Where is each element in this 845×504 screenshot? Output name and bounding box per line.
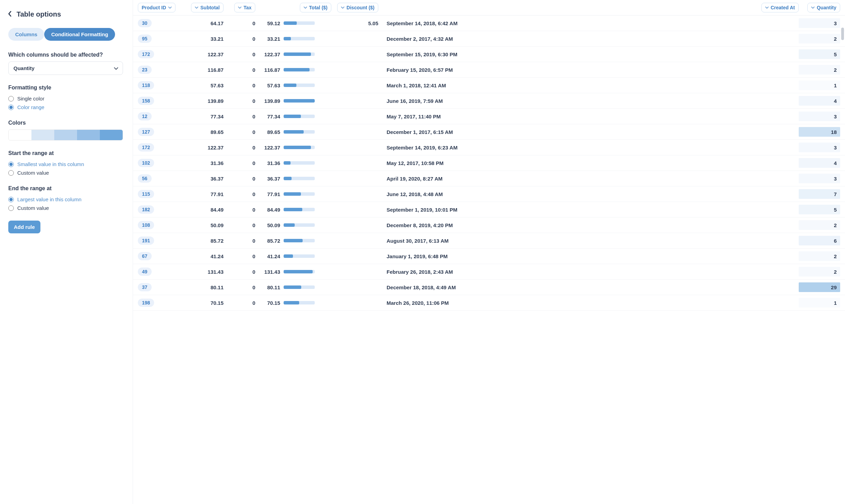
total-bar (284, 254, 315, 258)
radio-end-custom-input[interactable] (8, 205, 14, 211)
product-id-pill[interactable]: 115 (138, 190, 154, 198)
cell-tax: 0 (228, 222, 259, 228)
table-row[interactable]: 3780.11080.11December 18, 2018, 4:49 AM2… (133, 280, 845, 295)
table-row[interactable]: 172122.370122.37September 14, 2019, 6:23… (133, 140, 845, 155)
table-row[interactable]: 158139.890139.89June 16, 2019, 7:59 AM4 (133, 93, 845, 109)
total-bar-fill (284, 254, 293, 258)
table-row[interactable]: 11577.91077.91June 12, 2018, 4:48 AM7 (133, 186, 845, 202)
product-id-pill[interactable]: 127 (138, 128, 154, 136)
tab-conditional-formatting[interactable]: Conditional Formatting (44, 28, 115, 41)
table-row[interactable]: 10850.09050.09December 8, 2019, 4:20 PM2 (133, 217, 845, 233)
cell-quantity: 4 (799, 96, 840, 106)
radio-end-largest[interactable]: Largest value in this column (8, 195, 123, 204)
table-row[interactable]: 11857.63057.63March 1, 2018, 12:41 AM1 (133, 78, 845, 93)
quantity-value: 18 (799, 127, 840, 137)
color-swatch[interactable] (31, 130, 54, 140)
total-bar (284, 37, 315, 40)
cell-product-id: 191 (138, 236, 186, 245)
product-id-pill[interactable]: 198 (138, 299, 154, 307)
cell-quantity: 3 (799, 18, 840, 28)
product-id-pill[interactable]: 182 (138, 205, 154, 214)
total-value: 84.49 (259, 207, 280, 213)
product-id-pill[interactable]: 67 (138, 252, 152, 260)
cell-quantity: 5 (799, 205, 840, 214)
product-id-pill[interactable]: 23 (138, 66, 152, 74)
column-header-label: Created At (771, 5, 795, 10)
product-id-pill[interactable]: 30 (138, 19, 152, 27)
cell-total: 116.87 (259, 67, 331, 73)
product-id-pill[interactable]: 37 (138, 283, 152, 291)
table-row[interactable]: 1277.34077.34May 7, 2017, 11:40 PM3 (133, 109, 845, 124)
radio-end-custom[interactable]: Custom value (8, 204, 123, 212)
table-row[interactable]: 18284.49084.49September 1, 2019, 10:01 P… (133, 202, 845, 217)
radio-start-custom-input[interactable] (8, 170, 14, 176)
radio-single-color-input[interactable] (8, 96, 14, 101)
table-row[interactable]: 10231.36031.36May 12, 2017, 10:58 PM4 (133, 155, 845, 171)
color-swatch[interactable] (9, 130, 31, 140)
product-id-pill[interactable]: 49 (138, 268, 152, 276)
table-row[interactable]: 19185.72085.72August 30, 2017, 6:13 AM6 (133, 233, 845, 249)
radio-end-largest-label: Largest value in this column (17, 196, 82, 202)
sidebar-title: Table options (17, 10, 61, 18)
chevron-left-icon[interactable] (8, 11, 12, 18)
cell-total: 57.63 (259, 83, 331, 88)
scrollbar-thumb[interactable] (841, 28, 844, 40)
radio-color-range-input[interactable] (8, 105, 14, 110)
cell-product-id: 172 (138, 50, 186, 58)
table-row[interactable]: 23116.870116.87February 15, 2020, 6:57 P… (133, 62, 845, 78)
radio-start-custom-label: Custom value (17, 170, 49, 176)
product-id-pill[interactable]: 158 (138, 97, 154, 105)
cell-tax: 0 (228, 269, 259, 275)
product-id-pill[interactable]: 172 (138, 50, 154, 58)
table-row[interactable]: 6741.24041.24January 1, 2019, 6:48 PM2 (133, 249, 845, 264)
product-id-pill[interactable]: 108 (138, 221, 154, 229)
total-bar-fill (284, 192, 301, 196)
color-swatch[interactable] (77, 130, 100, 140)
cell-subtotal: 64.17 (186, 20, 228, 26)
color-ramp[interactable] (8, 129, 123, 140)
column-header-pill-total[interactable]: Total ($) (300, 3, 331, 12)
radio-color-range[interactable]: Color range (8, 103, 123, 112)
product-id-pill[interactable]: 172 (138, 143, 154, 152)
product-id-pill[interactable]: 12 (138, 112, 152, 120)
radio-start-custom[interactable]: Custom value (8, 168, 123, 177)
radio-start-smallest-input[interactable] (8, 162, 14, 167)
affected-columns-select[interactable]: Quantity (8, 61, 123, 75)
radio-single-color[interactable]: Single color (8, 94, 123, 103)
column-header-pill-product_id[interactable]: Product ID (138, 3, 175, 12)
product-id-pill[interactable]: 102 (138, 159, 154, 167)
total-value: 80.11 (259, 284, 280, 290)
table-row[interactable]: 19870.15070.15March 26, 2020, 11:06 PM1 (133, 295, 845, 311)
cell-total: 36.37 (259, 176, 331, 182)
total-bar-fill (284, 208, 302, 211)
radio-end-largest-input[interactable] (8, 197, 14, 202)
table-row[interactable]: 172122.370122.37September 15, 2019, 6:30… (133, 47, 845, 62)
cell-tax: 0 (228, 176, 259, 182)
table-row[interactable]: 3064.17059.125.05September 14, 2018, 6:4… (133, 16, 845, 31)
total-bar-fill (284, 223, 295, 227)
column-header-pill-tax[interactable]: Tax (234, 3, 255, 12)
total-value: 33.21 (259, 36, 280, 42)
product-id-pill[interactable]: 95 (138, 35, 152, 43)
cell-created-at: February 26, 2018, 2:43 AM (383, 269, 799, 275)
add-rule-button[interactable]: Add rule (8, 221, 40, 233)
cell-total: 131.43 (259, 269, 331, 275)
color-swatch[interactable] (54, 130, 77, 140)
table-row[interactable]: 9533.21033.21December 2, 2017, 4:32 AM2 (133, 31, 845, 47)
product-id-pill[interactable]: 118 (138, 81, 154, 89)
column-header-pill-discount[interactable]: Discount ($) (337, 3, 378, 12)
product-id-pill[interactable]: 56 (138, 174, 152, 183)
color-swatch[interactable] (100, 130, 123, 140)
cell-quantity: 6 (799, 236, 840, 245)
total-value: 116.87 (259, 67, 280, 73)
table-row[interactable]: 5636.37036.37April 19, 2020, 8:27 AM3 (133, 171, 845, 186)
radio-start-smallest[interactable]: Smallest value in this column (8, 160, 123, 168)
product-id-pill[interactable]: 191 (138, 236, 154, 245)
table-row[interactable]: 49131.430131.43February 26, 2018, 2:43 A… (133, 264, 845, 280)
cell-tax: 0 (228, 20, 259, 26)
tab-columns[interactable]: Columns (8, 28, 44, 41)
column-header-pill-subtotal[interactable]: Subtotal (191, 3, 224, 12)
table-row[interactable]: 12789.65089.65December 1, 2017, 6:15 AM1… (133, 124, 845, 140)
column-header-pill-created_at[interactable]: Created At (761, 3, 799, 12)
column-header-pill-quantity[interactable]: Quantity (807, 3, 840, 12)
